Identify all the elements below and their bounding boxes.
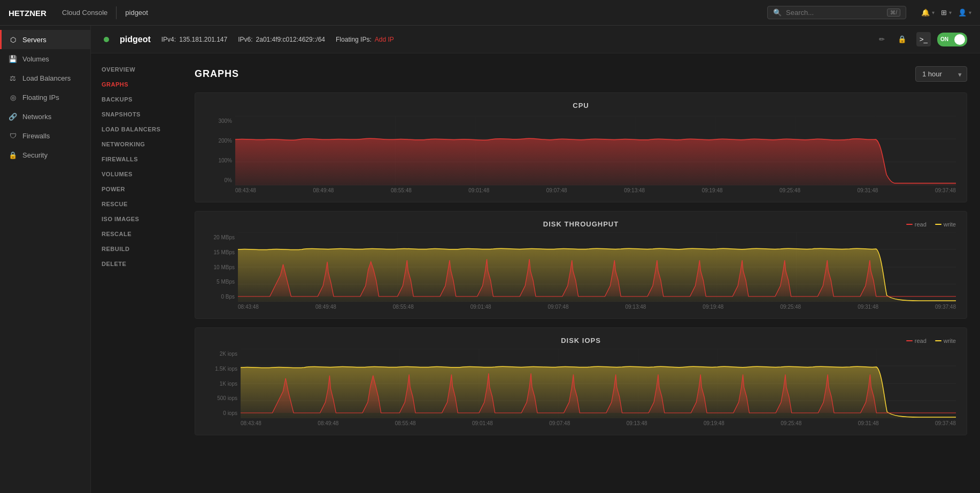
grid-icon: ⊞ <box>941 9 947 17</box>
subnav-backups[interactable]: BACKUPS <box>91 92 182 107</box>
subnav-rebuild[interactable]: REBUILD <box>91 241 182 256</box>
cpu-graph-container: 300% 200% 100% 0% <box>206 116 956 193</box>
subnav-volumes[interactable]: VOLUMES <box>91 167 182 182</box>
sub-navigation: OVERVIEW GRAPHS BACKUPS SNAPSHOTS LOAD B… <box>91 53 182 493</box>
dt-x-6: 09:13:48 <box>625 304 646 310</box>
server-header: pidgeot IPv4: 135.181.201.147 IPv6: 2a01… <box>91 26 980 53</box>
sidebar-label-security: Security <box>22 151 48 159</box>
time-range-selector[interactable]: 1 hour 6 hours 12 hours 24 hours 7 days <box>915 66 967 82</box>
notifications-button[interactable]: 🔔 ▾ <box>921 9 935 17</box>
sidebar-item-floating-ips[interactable]: ◎ Floating IPs <box>0 88 90 107</box>
subnav-iso-images[interactable]: ISO IMAGES <box>91 212 182 226</box>
iops-write-legend: write <box>935 338 956 344</box>
firewalls-icon: 🛡 <box>9 131 17 140</box>
iops-x-1: 08:43:48 <box>241 420 261 426</box>
subnav-rescue[interactable]: RESCUE <box>91 197 182 212</box>
dt-y-15: 15 MBps <box>206 249 235 255</box>
subnav-graphs[interactable]: GRAPHS <box>91 77 182 92</box>
apps-button[interactable]: ⊞ ▾ <box>941 9 952 17</box>
cpu-y-200: 200% <box>206 138 232 144</box>
app-name: Cloud Console <box>62 9 107 17</box>
iops-x-10: 09:37:48 <box>935 420 956 426</box>
sidebar-item-volumes[interactable]: 💾 Volumes <box>0 49 90 68</box>
sidebar-label-volumes: Volumes <box>22 55 49 63</box>
notifications-chevron: ▾ <box>932 10 935 15</box>
iops-y-500: 500 iops <box>206 395 237 401</box>
content-wrapper: OVERVIEW GRAPHS BACKUPS SNAPSHOTS LOAD B… <box>91 53 980 493</box>
page-header: GRAPHS 1 hour 6 hours 12 hours 24 hours … <box>195 66 967 82</box>
pencil-icon: ✏ <box>879 35 885 43</box>
ipv4-label: IPv4: <box>161 36 176 43</box>
dt-x-7: 09:19:48 <box>703 304 723 310</box>
sidebar-item-networks[interactable]: 🔗 Networks <box>0 107 90 126</box>
write-label: write <box>944 221 956 228</box>
server-power-toggle[interactable]: ON <box>937 33 967 46</box>
sidebar-item-firewalls[interactable]: 🛡 Firewalls <box>0 126 90 145</box>
subnav-delete[interactable]: DELETE <box>91 256 182 271</box>
main-content: GRAPHS 1 hour 6 hours 12 hours 24 hours … <box>182 53 980 493</box>
iops-y-0: 0 iops <box>206 410 237 416</box>
search-bar[interactable]: 🔍 ⌘/ <box>767 6 906 19</box>
lock-button[interactable]: 🔒 <box>894 32 910 46</box>
read-dot <box>906 224 913 225</box>
ipv6-label: IPv6: <box>238 36 252 43</box>
add-ip-link[interactable]: Add IP <box>375 36 394 43</box>
cpu-x-4: 09:01:48 <box>468 187 489 193</box>
iops-y-2k: 2K iops <box>206 351 237 357</box>
subnav-rescale[interactable]: RESCALE <box>91 226 182 241</box>
iops-x-5: 09:07:48 <box>549 420 570 426</box>
server-ipv4: IPv4: 135.181.201.147 <box>161 36 227 43</box>
server-status-indicator <box>104 37 109 42</box>
page-title: GRAPHS <box>195 68 239 80</box>
bell-icon: 🔔 <box>921 9 930 17</box>
user-button[interactable]: 👤 ▾ <box>958 9 971 17</box>
subnav-load-balancers[interactable]: LOAD BALANCERS <box>91 122 182 137</box>
divider <box>116 6 117 19</box>
sidebar: ⬡ Servers 💾 Volumes ⚖ Load Balancers ◎ F… <box>0 26 91 493</box>
iops-read-dot <box>906 340 913 341</box>
terminal-button[interactable]: >_ <box>916 32 931 46</box>
disk-throughput-graph-card: DISK THROUGHPUT read write <box>195 211 967 319</box>
search-input[interactable] <box>786 9 883 17</box>
server-ipv6: IPv6: 2a01:4f9:c012:4629::/64 <box>238 36 325 43</box>
cpu-graph-card: CPU 300% 200% 100% 0% <box>195 92 967 202</box>
toggle-knob <box>954 34 965 45</box>
time-range-select[interactable]: 1 hour 6 hours 12 hours 24 hours 7 days <box>915 66 967 82</box>
sidebar-item-load-balancers[interactable]: ⚖ Load Balancers <box>0 68 90 88</box>
top-navigation: HETZNER Cloud Console pidgeot 🔍 ⌘/ 🔔 ▾ ⊞… <box>0 0 980 26</box>
iops-x-7: 09:19:48 <box>704 420 724 426</box>
subnav-snapshots[interactable]: SNAPSHOTS <box>91 107 182 122</box>
sidebar-label-servers: Servers <box>22 36 47 44</box>
disk-iops-svg <box>241 349 956 418</box>
dt-x-10: 09:37:48 <box>935 304 956 310</box>
edit-button[interactable]: ✏ <box>876 32 888 46</box>
lock-icon: 🔒 <box>898 35 907 43</box>
search-icon: 🔍 <box>773 9 782 17</box>
lb-icon: ⚖ <box>9 74 17 82</box>
subnav-power[interactable]: POWER <box>91 182 182 197</box>
cpu-graph-svg <box>235 116 956 185</box>
topnav-actions: 🔔 ▾ ⊞ ▾ 👤 ▾ <box>921 9 971 17</box>
dt-x-2: 08:49:48 <box>315 304 336 310</box>
dt-y-5: 5 MBps <box>206 279 235 285</box>
sidebar-item-servers[interactable]: ⬡ Servers <box>0 30 90 49</box>
read-label: read <box>915 221 927 228</box>
logo: HETZNER Cloud Console <box>9 7 107 18</box>
server-name: pidgeot <box>120 35 151 44</box>
dt-x-4: 09:01:48 <box>470 304 491 310</box>
user-chevron: ▾ <box>969 10 971 15</box>
subnav-firewalls[interactable]: FIREWALLS <box>91 152 182 167</box>
svg-text:HETZNER: HETZNER <box>9 9 47 18</box>
sidebar-item-security[interactable]: 🔒 Security <box>0 145 90 165</box>
iops-y-1-5k: 1.5K iops <box>206 366 237 372</box>
ipv4-value: 135.181.201.147 <box>179 36 227 43</box>
terminal-icon: >_ <box>920 35 928 43</box>
subnav-overview[interactable]: OVERVIEW <box>91 62 182 77</box>
dt-x-3: 08:55:48 <box>393 304 414 310</box>
dt-x-8: 09:25:48 <box>780 304 801 310</box>
security-icon: 🔒 <box>9 151 17 159</box>
subnav-networking[interactable]: NETWORKING <box>91 137 182 152</box>
disk-iops-graph-card: DISK IOPS read write <box>195 327 967 435</box>
cpu-x-2: 08:49:48 <box>313 187 334 193</box>
iops-x-3: 08:55:48 <box>395 420 416 426</box>
